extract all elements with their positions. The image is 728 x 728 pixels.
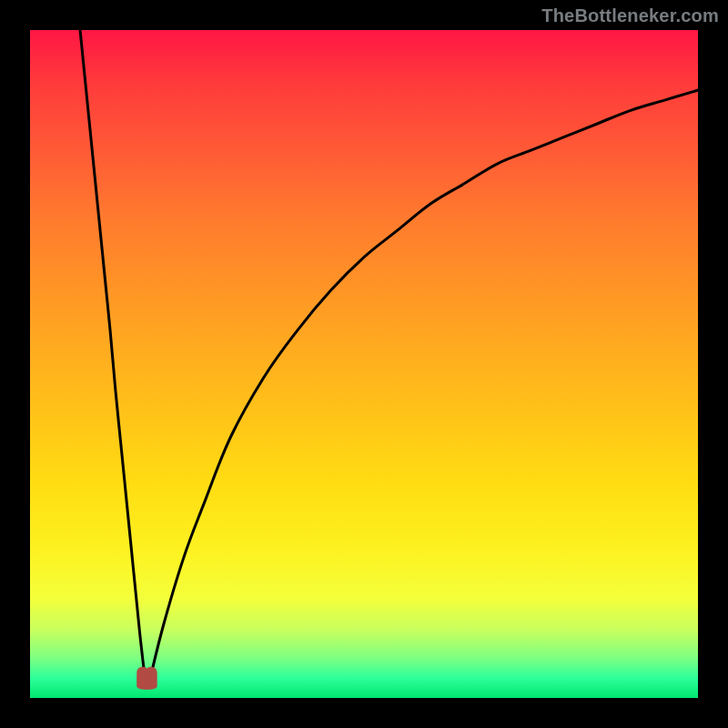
watermark-text: TheBottleneker.com xyxy=(541,5,719,26)
cusp-marker xyxy=(137,667,157,689)
curve-right-branch xyxy=(150,90,698,678)
plot-area xyxy=(30,30,698,698)
curve-left-branch xyxy=(80,30,145,678)
chart-svg xyxy=(30,30,698,698)
chart-frame: TheBottleneker.com xyxy=(0,0,728,728)
